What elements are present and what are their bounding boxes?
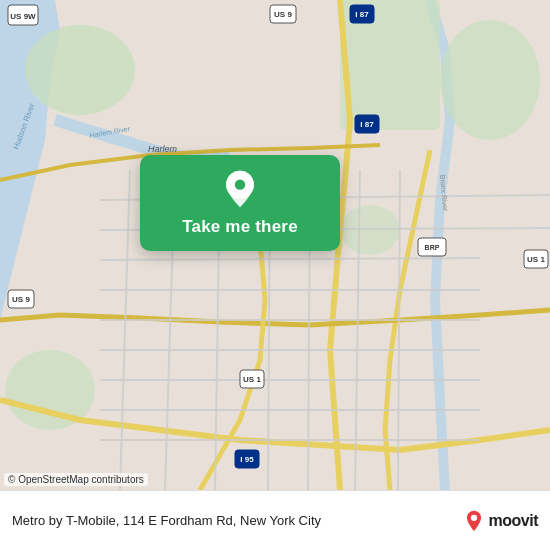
- svg-point-1: [25, 25, 135, 115]
- take-me-there-button-label: Take me there: [182, 217, 298, 237]
- svg-text:US 1: US 1: [243, 375, 261, 384]
- svg-text:US 1: US 1: [527, 255, 545, 264]
- map-attribution: © OpenStreetMap contributors: [4, 473, 148, 486]
- svg-text:US 9: US 9: [12, 295, 30, 304]
- moovit-brand-text: moovit: [489, 512, 538, 530]
- svg-text:Harlem: Harlem: [148, 144, 178, 154]
- svg-text:I 95: I 95: [240, 455, 254, 464]
- map-container: US 9W US 9 I 87 I 87 US 1 US 1 I 95 BRP …: [0, 0, 550, 490]
- take-me-there-card[interactable]: Take me there: [140, 155, 340, 251]
- svg-point-46: [470, 514, 476, 520]
- moovit-logo: moovit: [463, 510, 538, 532]
- footer-bar: Metro by T-Mobile, 114 E Fordham Rd, New…: [0, 490, 550, 550]
- location-address: Metro by T-Mobile, 114 E Fordham Rd, New…: [12, 513, 463, 528]
- location-pin-icon: [220, 169, 260, 209]
- svg-text:I 87: I 87: [355, 10, 369, 19]
- svg-text:BRP: BRP: [425, 244, 440, 251]
- moovit-pin-icon: [463, 510, 485, 532]
- svg-point-45: [235, 179, 245, 189]
- svg-point-3: [440, 20, 540, 140]
- svg-text:US 9W: US 9W: [10, 12, 36, 21]
- svg-text:US 9: US 9: [274, 10, 292, 19]
- svg-point-5: [340, 205, 400, 255]
- svg-text:I 87: I 87: [360, 120, 374, 129]
